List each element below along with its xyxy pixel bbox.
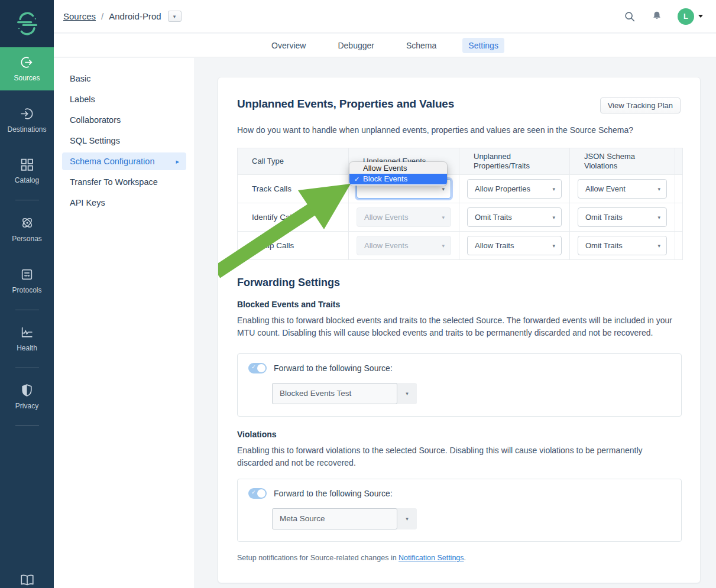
track-json-violations-select[interactable]: Allow Event ▾ xyxy=(578,179,667,199)
privacy-icon xyxy=(20,383,34,398)
chevron-down-icon: ▾ xyxy=(397,508,417,529)
subnav-item-collaborators[interactable]: Collaborators xyxy=(54,109,195,130)
col-spacer xyxy=(675,148,683,175)
chevron-down-icon: ▾ xyxy=(657,215,660,220)
violations-source-select[interactable]: Meta Source ▾ xyxy=(272,508,417,529)
blocked-events-heading: Blocked Events and Traits xyxy=(237,300,681,309)
notification-note: Setup notifications for Source-related c… xyxy=(237,554,681,562)
call-type-label: Track Calls xyxy=(238,175,349,203)
subnav-item-sql-settings[interactable]: SQL Settings xyxy=(54,130,195,151)
docs-book-icon xyxy=(20,573,35,588)
avatar[interactable]: L xyxy=(678,8,694,25)
docs-book-button[interactable] xyxy=(0,573,54,588)
breadcrumb: Sources / Android-Prod ▾ xyxy=(63,11,182,22)
icon-rail: Sources Destinations Catalog xyxy=(0,0,54,588)
rail-item-catalog[interactable]: Catalog xyxy=(0,150,54,193)
view-tracking-plan-button[interactable]: View Tracking Plan xyxy=(600,98,681,113)
chevron-down-icon: ▾ xyxy=(552,243,555,249)
breadcrumb-current: Android-Prod xyxy=(109,11,161,21)
rail-divider xyxy=(15,425,39,426)
table-header-row: Call Type Unplanned Events Unplanned Pro… xyxy=(238,148,683,175)
table-row-track-calls: Track Calls ▾ Allow Properties ▾ xyxy=(238,175,683,203)
tab-overview[interactable]: Overview xyxy=(265,38,312,53)
subnav-item-basic[interactable]: Basic xyxy=(54,68,195,89)
menu-item-allow-events[interactable]: ✓ Allow Events xyxy=(349,163,447,174)
check-icon: ✓ xyxy=(354,174,363,184)
col-json-schema-violations: JSON Schema Violations xyxy=(570,148,675,175)
call-type-label: Identify Calls xyxy=(238,203,349,232)
table-row-group-calls: Group Calls Allow Events ▾ Allow Traits … xyxy=(238,232,683,260)
menu-item-block-events[interactable]: ✓ Block Events xyxy=(349,174,447,184)
destinations-icon xyxy=(20,106,34,121)
chevron-down-icon: ▾ xyxy=(657,186,660,192)
violations-forward-card: ✓ Forward to the following Source: Meta … xyxy=(237,479,682,542)
identify-unplanned-properties-select[interactable]: Omit Traits ▾ xyxy=(467,207,562,227)
app-root: Sources Destinations Catalog xyxy=(0,0,716,588)
blocked-source-select[interactable]: Blocked Events Test ▾ xyxy=(272,383,417,404)
notifications-button[interactable] xyxy=(650,10,663,23)
violations-description: Enabling this to forward violations to t… xyxy=(237,444,673,469)
user-menu[interactable]: L xyxy=(678,8,703,25)
rail-item-privacy[interactable]: Privacy xyxy=(0,375,54,418)
search-button[interactable] xyxy=(623,10,636,23)
notification-settings-link[interactable]: Notification Settings xyxy=(399,554,464,562)
section-description: How do you want to handle when unplanned… xyxy=(237,125,681,135)
main-content: Unplanned Events, Properties and Values … xyxy=(195,58,716,588)
violations-forward-toggle[interactable]: ✓ xyxy=(248,488,267,499)
chevron-down-icon: ▾ xyxy=(657,243,660,249)
col-call-type: Call Type xyxy=(238,148,349,175)
blocked-forward-toggle[interactable]: ✓ xyxy=(248,363,267,373)
rail-item-protocols[interactable]: Protocols xyxy=(0,259,54,303)
tab-settings[interactable]: Settings xyxy=(462,38,504,53)
identify-unplanned-events-select: Allow Events ▾ xyxy=(357,207,451,227)
search-icon xyxy=(623,10,636,23)
group-unplanned-properties-select[interactable]: Allow Traits ▾ xyxy=(467,236,562,255)
col-unplanned-properties: Unplanned Properties/Traits xyxy=(459,148,570,175)
sources-icon xyxy=(20,55,34,70)
rail-item-sources[interactable]: Sources xyxy=(0,47,54,90)
subnav-item-labels[interactable]: Labels xyxy=(54,89,195,109)
breadcrumb-sources-link[interactable]: Sources xyxy=(63,11,96,21)
schema-config-table: Call Type Unplanned Events Unplanned Pro… xyxy=(237,148,683,260)
subnav-item-transfer-to-workspace[interactable]: Transfer To Workspace xyxy=(54,171,195,192)
chevron-down-icon: ▾ xyxy=(552,215,555,220)
catalog-icon xyxy=(20,157,34,172)
protocols-icon xyxy=(20,267,34,282)
section-title: Unplanned Events, Properties and Values xyxy=(237,98,454,111)
check-icon: ✓ xyxy=(251,364,256,370)
rail-divider xyxy=(15,200,39,200)
forwarding-settings-title: Forwarding Settings xyxy=(237,277,681,289)
forward-source-label: Forward to the following Source: xyxy=(274,489,393,498)
tab-schema[interactable]: Schema xyxy=(400,38,442,53)
tab-debugger[interactable]: Debugger xyxy=(332,38,380,53)
group-json-violations-select[interactable]: Omit Traits ▾ xyxy=(578,236,667,255)
rail-item-destinations[interactable]: Destinations xyxy=(0,99,54,142)
avatar-caret-icon xyxy=(698,15,703,18)
source-tabs: Overview Debugger Schema Settings xyxy=(54,34,716,57)
chevron-down-icon: ▾ xyxy=(442,186,445,192)
identify-json-violations-select[interactable]: Omit Traits ▾ xyxy=(578,207,667,227)
blocked-forward-card: ✓ Forward to the following Source: Block… xyxy=(237,353,682,417)
rail-item-health[interactable]: Health xyxy=(0,317,54,360)
unplanned-events-dropdown-menu: ✓ Allow Events ✓ Block Events xyxy=(349,162,447,186)
chevron-down-icon: ▾ xyxy=(552,186,555,192)
call-type-label: Group Calls xyxy=(238,232,349,260)
forward-source-label: Forward to the following Source: xyxy=(274,363,393,373)
check-icon: ✓ xyxy=(251,489,256,495)
subnav-item-api-keys[interactable]: API Keys xyxy=(54,192,195,213)
rail-item-personas[interactable]: Personas xyxy=(0,207,54,251)
top-header: Sources / Android-Prod ▾ L xyxy=(54,0,716,33)
track-unplanned-properties-select[interactable]: Allow Properties ▾ xyxy=(467,179,562,199)
segment-logo-icon xyxy=(14,10,41,37)
source-switcher-button[interactable]: ▾ xyxy=(168,11,182,22)
caret-right-icon: ▸ xyxy=(176,158,179,165)
notifications-bell-icon xyxy=(650,10,663,23)
segment-logo[interactable] xyxy=(0,0,54,47)
rail-divider xyxy=(15,368,39,368)
health-icon xyxy=(20,325,34,340)
schema-settings-card: Unplanned Events, Properties and Values … xyxy=(218,77,701,583)
personas-icon xyxy=(20,215,35,230)
chevron-down-icon: ▾ xyxy=(442,215,445,220)
chevron-down-icon: ▾ xyxy=(397,383,417,404)
subnav-item-schema-configuration[interactable]: Schema Configuration ▸ xyxy=(62,152,186,170)
